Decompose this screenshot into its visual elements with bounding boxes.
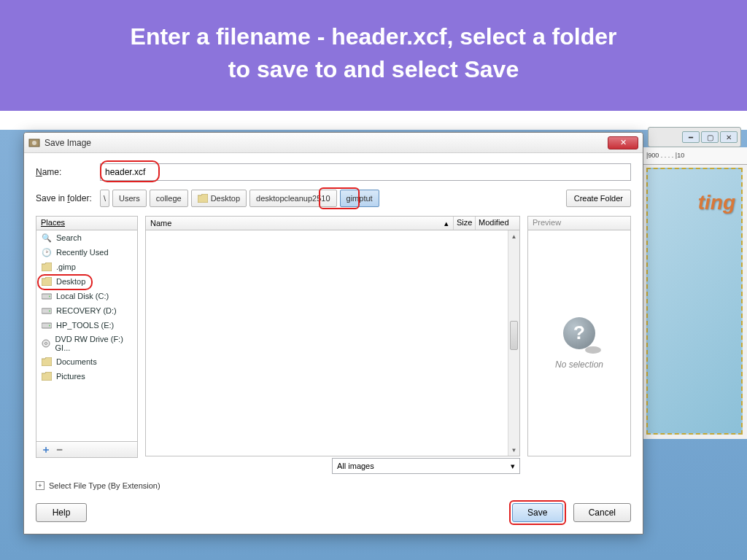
filetype-select[interactable]: All images ▾ — [332, 458, 520, 474]
save-button[interactable]: Save — [512, 503, 563, 522]
question-icon: ? — [563, 317, 595, 349]
banner-line1: Enter a filename - header.xcf, select a … — [29, 20, 718, 53]
place-label: RECOVERY (D:) — [56, 306, 117, 315]
drive-icon — [41, 291, 53, 301]
column-modified[interactable]: Modified — [476, 217, 519, 230]
filename-row: Name: — [36, 163, 631, 181]
background-window-controls: ━ ▢ ✕ — [648, 127, 741, 147]
add-bookmark-button[interactable]: ＋ — [41, 443, 51, 456]
filetype-expander-label: Select File Type (By Extension) — [49, 481, 160, 490]
place-label: Recently Used — [56, 248, 109, 257]
places-toolbar: ＋ ━ — [36, 442, 138, 458]
dialog-title: Save Image — [44, 138, 608, 148]
optical-drive-icon — [41, 338, 52, 349]
canvas-viewport: ting — [646, 168, 743, 435]
breadcrumb-root[interactable]: \ — [100, 190, 109, 207]
place-label: Local Disk (C:) — [56, 292, 109, 300]
folder-icon — [41, 371, 53, 381]
recent-icon: 🕑 — [41, 247, 53, 257]
preview-body: ? No selection — [527, 230, 631, 456]
place-label: Pictures — [56, 372, 85, 381]
folder-label: Save in folder: — [36, 193, 94, 203]
breadcrumb-bar: \ Users college Desktop desktopcleanup25… — [100, 190, 379, 207]
bg-maximize-icon[interactable]: ▢ — [701, 131, 719, 143]
places-column: Places 🔍Search 🕑Recently Used .gimp Desk… — [36, 216, 138, 474]
svg-point-1 — [32, 141, 36, 145]
remove-bookmark-button[interactable]: ━ — [57, 445, 62, 455]
place-label: HP_TOOLS (E:) — [56, 321, 114, 330]
place-gimp[interactable]: .gimp — [36, 260, 137, 274]
bg-close-icon[interactable]: ✕ — [720, 131, 738, 143]
breadcrumb-label: Desktop — [211, 194, 240, 203]
instruction-banner: Enter a filename - header.xcf, select a … — [0, 0, 747, 111]
button-row: Help Save Cancel — [36, 500, 631, 525]
place-desktop[interactable]: Desktop — [36, 274, 137, 289]
canvas-partial-text: ting — [698, 191, 735, 214]
close-button[interactable]: ✕ — [608, 136, 638, 149]
scroll-up-icon[interactable]: ▲ — [508, 230, 519, 242]
filetype-row: All images ▾ — [145, 458, 520, 474]
vertical-scrollbar[interactable]: ▲ ▼ — [508, 230, 519, 456]
place-hptools-e[interactable]: HP_TOOLS (E:) — [36, 318, 137, 332]
folder-icon — [41, 262, 53, 272]
folder-icon — [198, 194, 208, 203]
column-size[interactable]: Size — [454, 217, 476, 230]
place-label: DVD RW Drive (F:) GI... — [55, 335, 133, 352]
drive-icon — [41, 320, 53, 330]
folder-row: Save in folder: \ Users college Desktop … — [36, 190, 631, 207]
place-label: Documents — [56, 357, 97, 366]
filetype-expander-row[interactable]: + Select File Type (By Extension) — [36, 481, 631, 490]
filename-input[interactable] — [100, 163, 631, 181]
create-folder-button[interactable]: Create Folder — [566, 190, 631, 207]
svg-point-3 — [49, 296, 50, 298]
place-pictures[interactable]: Pictures — [36, 369, 137, 384]
place-documents[interactable]: Documents — [36, 354, 137, 369]
filetype-value: All images — [337, 462, 374, 470]
place-search[interactable]: 🔍Search — [36, 230, 137, 245]
sort-indicator-icon: ▴ — [444, 219, 449, 228]
place-label: Search — [56, 233, 82, 242]
dialog-titlebar[interactable]: Save Image ✕ — [24, 133, 643, 153]
breadcrumb-gimptut[interactable]: gimptut — [340, 190, 379, 207]
scroll-thumb[interactable] — [510, 321, 518, 350]
svg-point-9 — [45, 343, 47, 345]
col-label: Name — [150, 219, 171, 228]
bg-minimize-icon[interactable]: ━ — [682, 131, 700, 143]
breadcrumb-cleanup[interactable]: desktopcleanup2510 — [249, 190, 337, 207]
cancel-button[interactable]: Cancel — [573, 503, 631, 522]
place-recent[interactable]: 🕑Recently Used — [36, 245, 137, 260]
svg-point-7 — [49, 325, 50, 327]
breadcrumb-desktop[interactable]: Desktop — [191, 190, 247, 207]
gimp-canvas-background: |900 . . . . |10 ting — [641, 147, 747, 439]
icon-shadow — [585, 346, 601, 354]
place-local-c[interactable]: Local Disk (C:) — [36, 289, 137, 303]
drive-icon — [41, 306, 53, 316]
places-header[interactable]: Places — [36, 216, 138, 230]
preview-header: Preview — [527, 216, 631, 230]
breadcrumb-college[interactable]: college — [150, 190, 188, 207]
breadcrumb-users[interactable]: Users — [112, 190, 147, 207]
file-list-header: Name▴ Size Modified — [145, 216, 520, 230]
no-selection-text: No selection — [555, 359, 603, 370]
preview-column: Preview ? No selection — [527, 216, 631, 474]
place-recovery-d[interactable]: RECOVERY (D:) — [36, 303, 137, 318]
highlight-save: Save — [509, 500, 566, 525]
app-icon — [28, 137, 40, 149]
file-list-body[interactable]: ▲ ▼ — [145, 230, 520, 456]
search-icon: 🔍 — [41, 233, 53, 243]
ruler-horizontal: |900 . . . . |10 — [642, 147, 747, 165]
help-button[interactable]: Help — [36, 503, 87, 522]
file-browser: Places 🔍Search 🕑Recently Used .gimp Desk… — [36, 216, 631, 474]
save-image-dialog: Save Image ✕ Name: Save in folder: \ Use… — [23, 132, 643, 534]
folder-icon — [41, 276, 53, 287]
column-name[interactable]: Name▴ — [146, 217, 454, 230]
expander-icon[interactable]: + — [36, 481, 44, 490]
dialog-body: Name: Save in folder: \ Users college De… — [24, 153, 643, 534]
chevron-down-icon: ▾ — [511, 462, 515, 471]
name-label: Name: — [36, 167, 94, 177]
banner-line2: to save to and select Save — [29, 53, 718, 86]
scroll-down-icon[interactable]: ▼ — [508, 444, 519, 456]
place-dvd-f[interactable]: DVD RW Drive (F:) GI... — [36, 332, 137, 354]
file-list-column: Name▴ Size Modified ▲ ▼ All — [145, 216, 520, 474]
folder-icon — [41, 357, 53, 367]
